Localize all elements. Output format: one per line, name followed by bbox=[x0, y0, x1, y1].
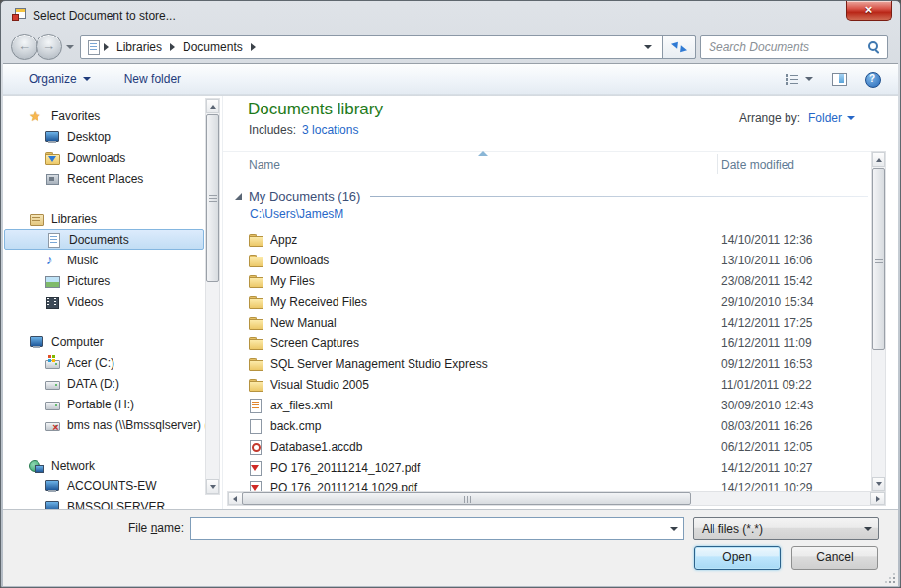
scroll-left-button[interactable] bbox=[228, 492, 243, 505]
search-icon[interactable] bbox=[867, 40, 881, 54]
breadcrumb-documents[interactable]: Documents bbox=[177, 40, 249, 54]
column-divider[interactable] bbox=[717, 154, 718, 174]
file-row[interactable]: Screen Captures16/12/2011 11:09 bbox=[223, 332, 898, 353]
sidebar-item-accounts-ew[interactable]: ACCOUNTS-EW bbox=[3, 476, 205, 496]
scrollbar-thumb[interactable] bbox=[206, 114, 219, 282]
search-input[interactable] bbox=[707, 37, 864, 56]
item-label: Music bbox=[67, 254, 98, 267]
file-row[interactable]: Appz14/10/2011 12:36 bbox=[223, 229, 898, 250]
locations-link[interactable]: 3 locations bbox=[302, 123, 358, 137]
forward-button[interactable] bbox=[36, 34, 62, 60]
sidebar-item-desktop[interactable]: Desktop bbox=[3, 126, 205, 147]
file-row[interactable]: My Received Files29/10/2010 15:34 bbox=[223, 291, 898, 312]
list-vertical-scrollbar[interactable] bbox=[871, 151, 886, 492]
breadcrumb-arrow-icon[interactable] bbox=[104, 43, 109, 51]
file-row[interactable]: PO 176_20111214_1027.pdf14/12/2011 10:27 bbox=[223, 457, 898, 478]
sidebar-item-recent-places[interactable]: Recent Places bbox=[3, 168, 205, 188]
scroll-down-button[interactable] bbox=[872, 477, 885, 491]
sidebar-scrollbar[interactable] bbox=[205, 98, 220, 495]
breadcrumb-arrow-icon[interactable] bbox=[170, 43, 175, 51]
file-name-combo[interactable] bbox=[190, 517, 684, 540]
column-header-date-modified[interactable]: Date modified bbox=[721, 158, 794, 172]
sidebar-item-portable-h[interactable]: Portable (H:) bbox=[3, 394, 205, 414]
sidebar-section-favorites[interactable]: Favorites bbox=[3, 106, 205, 126]
address-bar[interactable]: Libraries Documents bbox=[80, 35, 696, 59]
refresh-button[interactable] bbox=[662, 35, 696, 59]
folder-icon bbox=[248, 377, 263, 393]
scroll-right-button[interactable] bbox=[870, 492, 885, 505]
sidebar-item-bms-nas[interactable]: bms nas (\\Bmssqlserver) (M bbox=[3, 414, 205, 435]
organize-button[interactable]: Organize bbox=[29, 72, 91, 86]
file-name-label: File name: bbox=[3, 521, 184, 535]
recent-pages-chevron-icon[interactable] bbox=[66, 45, 74, 49]
file-row[interactable]: My Files23/08/2011 15:42 bbox=[223, 270, 898, 291]
file-type-select[interactable]: All files (*.*) bbox=[693, 517, 879, 540]
refresh-icon bbox=[672, 40, 686, 54]
sidebar-item-downloads[interactable]: Downloads bbox=[3, 147, 205, 168]
drive-icon bbox=[44, 397, 60, 412]
search-box[interactable] bbox=[700, 35, 888, 59]
list-horizontal-scrollbar[interactable] bbox=[227, 491, 886, 506]
file-date: 23/08/2011 15:42 bbox=[721, 274, 813, 288]
column-header-name[interactable]: Name bbox=[249, 158, 280, 172]
close-button[interactable] bbox=[846, 1, 892, 21]
sidebar-item-music[interactable]: Music bbox=[3, 250, 205, 270]
title-bar[interactable]: Select Document to store... bbox=[1, 1, 900, 31]
sidebar-item-acer-c[interactable]: Acer (C:) bbox=[3, 352, 205, 373]
chevron-down-icon bbox=[83, 77, 91, 81]
window-title: Select Document to store... bbox=[33, 9, 176, 23]
sidebar-item-videos[interactable]: Videos bbox=[3, 291, 205, 312]
file-list-pane: Documents library Includes:3 locations A… bbox=[222, 96, 898, 509]
sidebar-item-data-d[interactable]: DATA (D:) bbox=[3, 373, 205, 394]
sidebar-item-bmssqlserver[interactable]: BMSSQLSERVER bbox=[3, 496, 205, 509]
file-type-dropdown-button[interactable] bbox=[861, 519, 877, 538]
file-row[interactable]: Database1.accdb06/12/2011 12:05 bbox=[223, 436, 898, 457]
arrange-by-value[interactable]: Folder bbox=[808, 111, 842, 125]
change-view-button[interactable] bbox=[784, 71, 813, 87]
sidebar-item-documents[interactable]: Documents bbox=[4, 229, 204, 250]
address-dropdown-chevron-icon[interactable] bbox=[644, 45, 652, 49]
cancel-button[interactable]: Cancel bbox=[791, 546, 878, 570]
breadcrumb-libraries[interactable]: Libraries bbox=[111, 40, 168, 54]
file-name-input[interactable] bbox=[193, 520, 663, 537]
scroll-down-button[interactable] bbox=[206, 479, 219, 494]
file-row[interactable]: ax_files.xml30/09/2010 12:43 bbox=[223, 395, 898, 415]
collapse-group-icon[interactable] bbox=[235, 193, 242, 200]
scroll-up-button[interactable] bbox=[206, 99, 219, 113]
music-icon bbox=[44, 253, 60, 268]
help-button[interactable] bbox=[864, 71, 880, 87]
resize-grip[interactable] bbox=[885, 573, 895, 583]
back-button[interactable] bbox=[11, 34, 38, 60]
sort-ascending-icon[interactable] bbox=[478, 151, 488, 156]
sidebar-section-libraries[interactable]: Libraries bbox=[3, 208, 205, 229]
arrange-by-control[interactable]: Arrange by: Folder bbox=[739, 111, 855, 125]
scrollbar-thumb[interactable] bbox=[242, 492, 691, 505]
file-row[interactable]: back.cmp08/03/2011 16:26 bbox=[223, 415, 898, 436]
file-row[interactable]: New Manual14/12/2011 17:25 bbox=[223, 312, 898, 332]
toolbar-right-group bbox=[766, 64, 880, 94]
group-header[interactable]: My Documents (16) bbox=[235, 187, 868, 205]
section-label: Network bbox=[51, 459, 95, 473]
preview-pane-button[interactable] bbox=[831, 71, 847, 87]
new-folder-button[interactable]: New folder bbox=[124, 72, 181, 86]
item-label: Videos bbox=[67, 295, 103, 309]
file-row[interactable]: SQL Server Management Studio Express09/1… bbox=[223, 353, 898, 374]
help-icon bbox=[864, 71, 880, 87]
open-button[interactable]: Open bbox=[694, 546, 781, 570]
navigation-bar: Libraries Documents bbox=[1, 31, 900, 63]
file-date: 14/10/2011 12:36 bbox=[721, 233, 813, 247]
file-row[interactable]: Visual Studio 200511/01/2011 09:22 bbox=[223, 374, 898, 395]
scrollbar-thumb[interactable] bbox=[872, 168, 885, 350]
sidebar-section-computer[interactable]: Computer bbox=[3, 331, 205, 352]
sidebar-item-pictures[interactable]: Pictures bbox=[3, 270, 205, 291]
scroll-up-button[interactable] bbox=[872, 152, 885, 167]
documents-icon bbox=[46, 232, 62, 248]
file-row[interactable]: Downloads13/10/2011 16:06 bbox=[223, 250, 898, 270]
breadcrumb-arrow-icon[interactable] bbox=[251, 43, 256, 51]
file-dialog-window: Select Document to store... Libraries Do… bbox=[0, 0, 901, 588]
group-title[interactable]: My Documents (16) bbox=[249, 189, 360, 204]
sidebar-section-network[interactable]: Network bbox=[3, 455, 205, 476]
file-name-dropdown-button[interactable] bbox=[666, 518, 683, 539]
item-label: bms nas (\\Bmssqlserver) (M bbox=[67, 418, 205, 432]
location-icon bbox=[86, 39, 102, 55]
